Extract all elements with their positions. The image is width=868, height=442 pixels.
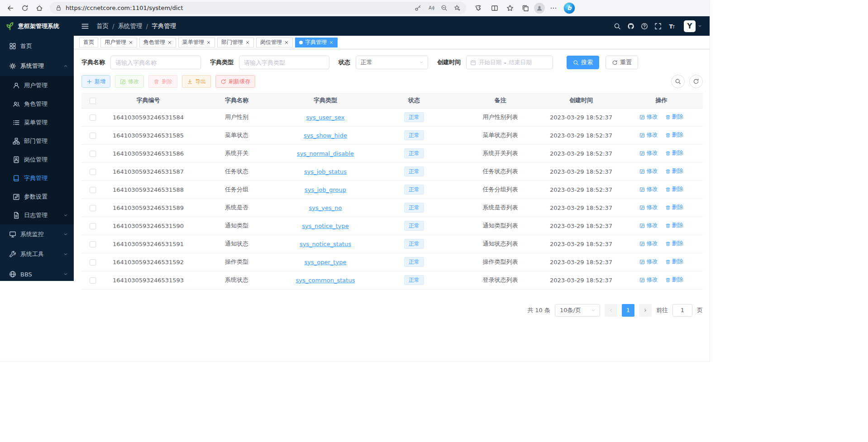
url-text[interactable]: https://ccnetcore.com:1101/system/dict (66, 5, 411, 11)
refresh-table-button[interactable] (689, 75, 703, 88)
row-checkbox[interactable] (90, 133, 96, 139)
dict-type-link[interactable]: sys_job_group (305, 186, 346, 193)
search-button[interactable]: 搜索 (567, 56, 599, 69)
bing-discover-icon[interactable]: b (564, 3, 575, 14)
row-checkbox[interactable] (90, 151, 96, 157)
row-checkbox[interactable] (90, 259, 96, 266)
start-date-placeholder[interactable]: 开始日期 (479, 59, 501, 67)
current-page-button[interactable]: 1 (622, 304, 634, 317)
favorites-icon[interactable] (503, 2, 517, 14)
dict-type-link[interactable]: sys_normal_disable (297, 150, 354, 157)
sidebar-item-bbs[interactable]: BBS (0, 264, 74, 281)
dict-type-link[interactable]: sys_common_status (296, 277, 355, 284)
close-icon[interactable] (284, 40, 289, 45)
export-button[interactable]: 导出 (182, 75, 211, 88)
row-delete-link[interactable]: 删除 (665, 258, 683, 266)
row-checkbox[interactable] (90, 187, 96, 193)
sidebar-item-param-settings[interactable]: 参数设置 (0, 187, 74, 206)
sidebar-item-system-mgmt[interactable]: 系统管理 (0, 56, 74, 76)
row-delete-link[interactable]: 删除 (665, 276, 683, 284)
tab-home[interactable]: 首页 (79, 38, 98, 48)
row-checkbox[interactable] (90, 241, 96, 247)
font-size-icon[interactable] (665, 19, 678, 33)
page-size-select[interactable]: 10条/页 (555, 304, 600, 317)
tab-dict-mgmt[interactable]: 字典管理 (295, 38, 338, 48)
breadcrumb-system-mgmt[interactable]: 系统管理 (118, 22, 143, 30)
edit-button[interactable]: 修改 (115, 75, 144, 88)
tab-user-mgmt[interactable]: 用户管理 (100, 38, 137, 48)
row-edit-link[interactable]: 修改 (639, 185, 658, 193)
refresh-cache-button[interactable]: 刷新缓存 (215, 75, 255, 88)
row-edit-link[interactable]: 修改 (639, 240, 658, 247)
fullscreen-icon[interactable] (651, 19, 665, 33)
status-select[interactable]: 正常 (356, 56, 428, 69)
close-icon[interactable] (245, 40, 250, 45)
row-edit-link[interactable]: 修改 (639, 113, 658, 121)
tab-dept-mgmt[interactable]: 部门管理 (217, 38, 254, 48)
sidebar-item-system-tools[interactable]: 系统工具 (0, 244, 74, 264)
prev-page-button[interactable] (605, 304, 617, 317)
sidebar-item-post-mgmt[interactable]: 岗位管理 (0, 150, 74, 169)
row-edit-link[interactable]: 修改 (639, 258, 658, 266)
row-checkbox[interactable] (90, 169, 96, 175)
header-search-icon[interactable] (610, 19, 624, 33)
row-edit-link[interactable]: 修改 (639, 167, 658, 175)
user-avatar[interactable]: Y (684, 20, 696, 32)
row-delete-link[interactable]: 删除 (665, 149, 683, 157)
collections-icon[interactable] (519, 2, 532, 14)
sidebar-item-dict-mgmt[interactable]: 字典管理 (0, 169, 74, 187)
sidebar-item-menu-mgmt[interactable]: 菜单管理 (0, 113, 74, 132)
dict-type-link[interactable]: sys_user_sex (306, 114, 345, 121)
dict-name-input[interactable] (110, 56, 201, 69)
tab-role-mgmt[interactable]: 角色管理 (139, 38, 176, 48)
browser-refresh-button[interactable] (18, 2, 32, 14)
row-delete-link[interactable]: 删除 (665, 222, 683, 229)
row-delete-link[interactable]: 删除 (665, 113, 683, 121)
dict-type-link[interactable]: sys_job_status (304, 168, 347, 175)
row-checkbox[interactable] (90, 205, 96, 211)
sidebar-item-dept-mgmt[interactable]: 部门管理 (0, 132, 74, 150)
row-checkbox[interactable] (90, 277, 96, 284)
row-edit-link[interactable]: 修改 (639, 149, 658, 157)
date-range-picker[interactable]: 开始日期 - 结束日期 (466, 56, 553, 69)
row-delete-link[interactable]: 删除 (665, 240, 683, 247)
reset-button[interactable]: 重置 (606, 56, 638, 69)
toggle-search-button[interactable] (671, 75, 685, 88)
row-edit-link[interactable]: 修改 (639, 276, 658, 284)
row-edit-link[interactable]: 修改 (639, 222, 658, 229)
goto-page-input[interactable] (672, 304, 692, 317)
zoom-out-icon[interactable] (441, 5, 448, 11)
dict-type-input[interactable] (239, 56, 329, 69)
browser-back-button[interactable] (4, 2, 17, 14)
dict-type-link[interactable]: sys_show_hide (304, 132, 347, 139)
dict-type-link[interactable]: sys_notice_type (302, 223, 348, 229)
dict-type-link[interactable]: sys_yes_no (309, 204, 342, 211)
dict-type-link[interactable]: sys_oper_type (305, 259, 347, 266)
tab-post-mgmt[interactable]: 岗位管理 (256, 38, 293, 48)
password-key-icon[interactable] (415, 5, 421, 11)
extensions-icon[interactable] (472, 2, 486, 14)
close-icon[interactable] (329, 40, 334, 45)
read-aloud-icon[interactable] (428, 5, 434, 11)
add-button[interactable]: 新增 (81, 75, 110, 88)
close-icon[interactable] (206, 40, 211, 45)
sidebar-item-user-mgmt[interactable]: 用户管理 (0, 76, 74, 95)
close-icon[interactable] (129, 40, 133, 45)
add-favorite-icon[interactable] (454, 5, 461, 11)
github-icon[interactable] (624, 19, 638, 33)
row-edit-link[interactable]: 修改 (639, 204, 658, 211)
breadcrumb-home[interactable]: 首页 (96, 22, 109, 30)
row-checkbox[interactable] (90, 223, 96, 229)
select-all-checkbox[interactable] (90, 98, 96, 104)
sidebar-item-log-mgmt[interactable]: 日志管理 (0, 206, 74, 224)
row-delete-link[interactable]: 删除 (665, 131, 683, 139)
browser-menu-icon[interactable] (547, 2, 560, 14)
end-date-placeholder[interactable]: 结束日期 (509, 59, 532, 67)
browser-profile-avatar[interactable] (534, 3, 545, 14)
hamburger-menu-icon[interactable] (81, 22, 89, 30)
row-edit-link[interactable]: 修改 (639, 131, 658, 139)
sidebar-item-home[interactable]: 首页 (0, 36, 74, 56)
row-delete-link[interactable]: 删除 (665, 185, 683, 193)
browser-home-button[interactable] (33, 2, 46, 14)
close-icon[interactable] (167, 40, 172, 45)
